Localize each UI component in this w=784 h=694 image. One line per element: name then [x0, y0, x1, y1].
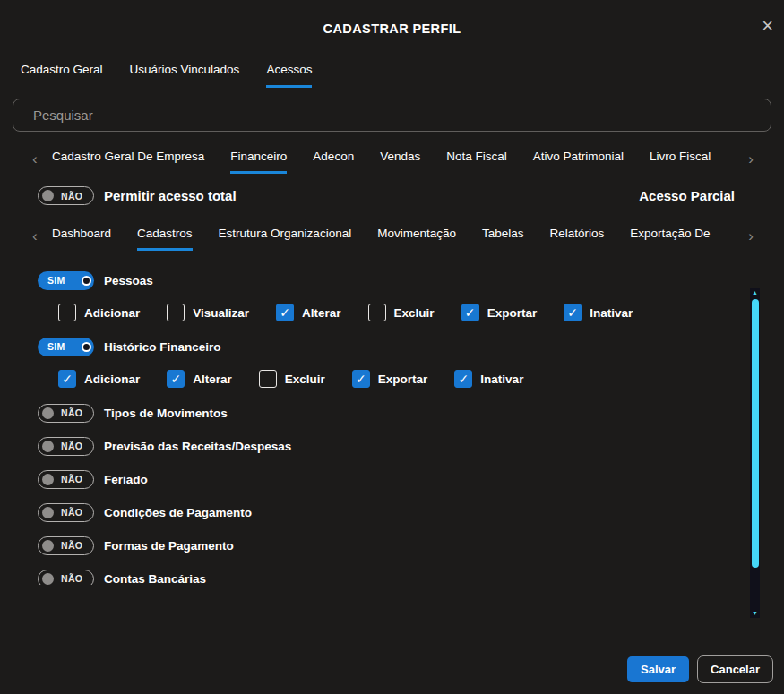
toggle-feriado-state-label: NÃO	[61, 474, 82, 484]
checkbox-exportar[interactable]: ✓Exportar	[461, 304, 538, 321]
dialog-title: CADASTRAR PERFIL	[0, 21, 784, 36]
tab-ativo-patrimonial[interactable]: Ativo Patrimonial	[533, 150, 624, 174]
check-icon: ✓	[62, 373, 73, 385]
checkbox-excluir[interactable]: Excluir	[368, 304, 435, 321]
tab-relatorios[interactable]: Relatórios	[550, 227, 605, 251]
checkbox-inativar[interactable]: ✓Inativar	[564, 304, 633, 321]
tab-movimentacao[interactable]: Movimentação	[377, 227, 456, 251]
checkbox-inativar[interactable]: ✓Inativar	[454, 370, 523, 388]
checkbox-box[interactable]	[259, 370, 277, 388]
check-icon: ✓	[567, 306, 578, 319]
toggle-tipos-de-movimentos-knob	[42, 407, 54, 419]
scroll-up-icon[interactable]: ▲	[752, 288, 758, 297]
checkbox-adicionar[interactable]: ✓Adicionar	[58, 370, 140, 388]
tab-nota-fiscal[interactable]: Nota Fiscal	[446, 150, 507, 174]
module-tab-bar: Cadastro Geral De EmpresaFinanceiroAdeco…	[52, 150, 743, 174]
tab-exportacao-de[interactable]: Exportação De	[630, 227, 710, 251]
checkbox-box[interactable]	[167, 304, 185, 321]
toggle-contas-bancarias[interactable]: NÃO	[38, 570, 94, 586]
toggle-pessoas[interactable]: SIM	[38, 271, 94, 290]
checkbox-label: Visualizar	[193, 306, 249, 320]
check-icon: ✓	[170, 373, 181, 385]
tab-tabelas[interactable]: Tabelas	[482, 227, 524, 251]
scrollbar-thumb[interactable]	[752, 299, 759, 568]
permission-head-contas-bancarias: NÃOContas Bancárias	[38, 569, 730, 585]
checkbox-visualizar[interactable]: Visualizar	[167, 304, 249, 321]
checkbox-label: Exportar	[378, 373, 428, 386]
section-tabs-prev-icon[interactable]: ‹	[32, 228, 38, 244]
permission-list: SIMPessoasAdicionarVisualizar✓AlterarExc…	[0, 257, 784, 585]
main-tab-bar: Cadastro GeralUsuários VinculadosAcessos	[0, 41, 784, 88]
toggle-tipos-de-movimentos[interactable]: NÃO	[38, 404, 94, 423]
toggle-historico-financeiro-state-label: SIM	[47, 341, 65, 352]
permission-label: Contas Bancárias	[104, 572, 206, 586]
scroll-down-icon[interactable]: ▼	[752, 609, 758, 618]
permission-row-formas-de-pagamento: NÃOFormas de Pagamento	[38, 535, 730, 555]
checkbox-row-historico-financeiro: ✓Adicionar✓AlterarExcluir✓Exportar✓Inati…	[58, 368, 730, 390]
checkbox-box[interactable]: ✓	[454, 370, 472, 388]
check-icon: ✓	[280, 306, 290, 319]
toggle-previsao-das-receitas-despesas-state-label: NÃO	[61, 441, 82, 451]
checkbox-alterar[interactable]: ✓Alterar	[276, 304, 341, 321]
tab-usuarios-vinculados[interactable]: Usuários Vinculados	[130, 63, 240, 88]
permission-row-tipos-de-movimentos: NÃOTipos de Movimentos	[38, 403, 730, 423]
tab-estrutura-organizacional[interactable]: Estrutura Organizacional	[219, 227, 352, 251]
access-total-toggle[interactable]: NÃO	[38, 186, 94, 205]
toggle-pessoas-state-label: SIM	[47, 275, 65, 286]
checkbox-label: Excluir	[285, 373, 325, 386]
save-button[interactable]: Salvar	[627, 656, 689, 682]
checkbox-box[interactable]: ✓	[276, 304, 294, 321]
checkbox-box[interactable]	[368, 304, 386, 321]
toggle-pessoas-knob	[82, 276, 91, 286]
checkbox-box[interactable]	[58, 304, 76, 321]
checkbox-adicionar[interactable]: Adicionar	[58, 304, 140, 321]
checkbox-box[interactable]: ✓	[461, 304, 479, 321]
check-icon: ✓	[356, 373, 366, 385]
checkbox-box[interactable]: ✓	[167, 370, 185, 388]
toggle-contas-bancarias-knob	[42, 573, 54, 585]
module-tab-strip: ‹ Cadastro Geral De EmpresaFinanceiroAde…	[0, 150, 784, 174]
toggle-condicoes-de-pagamento[interactable]: NÃO	[38, 503, 94, 522]
permission-row-feriado: NÃOFeriado	[38, 469, 730, 489]
search-wrap	[0, 88, 784, 132]
checkbox-box[interactable]: ✓	[352, 370, 370, 388]
close-icon[interactable]: ×	[762, 16, 773, 36]
toggle-knob	[42, 190, 54, 201]
check-icon: ✓	[458, 373, 469, 385]
toggle-formas-de-pagamento[interactable]: NÃO	[38, 536, 94, 555]
toggle-formas-de-pagamento-state-label: NÃO	[61, 540, 82, 551]
access-total-label: Permitir acesso total	[104, 188, 237, 203]
toggle-contas-bancarias-state-label: NÃO	[61, 573, 82, 584]
checkbox-label: Excluir	[394, 306, 435, 320]
permission-label: Condições de Pagamento	[104, 506, 252, 519]
section-tab-strip: ‹ DashboardCadastrosEstrutura Organizaci…	[0, 227, 784, 251]
checkbox-box[interactable]: ✓	[564, 304, 582, 321]
tab-acessos[interactable]: Acessos	[266, 63, 312, 88]
tab-cadastros[interactable]: Cadastros	[137, 227, 193, 251]
toggle-feriado[interactable]: NÃO	[38, 470, 94, 489]
toggle-feriado-knob	[42, 474, 54, 485]
module-tabs-prev-icon[interactable]: ‹	[32, 151, 38, 167]
cancel-button[interactable]: Cancelar	[697, 655, 773, 683]
tab-adecon[interactable]: Adecon	[313, 150, 354, 174]
vertical-scrollbar[interactable]: ▲ ▼	[750, 288, 760, 618]
checkbox-alterar[interactable]: ✓Alterar	[167, 370, 232, 388]
checkbox-label: Adicionar	[84, 306, 140, 320]
toggle-state-label: NÃO	[61, 191, 82, 201]
tab-cadastro-geral[interactable]: Cadastro Geral	[21, 63, 103, 88]
toggle-formas-de-pagamento-knob	[42, 540, 54, 552]
search-input[interactable]	[13, 99, 771, 132]
section-tabs-next-icon[interactable]: ›	[748, 228, 754, 244]
tab-financeiro[interactable]: Financeiro	[230, 150, 287, 174]
permission-row-contas-bancarias: NÃOContas Bancárias	[38, 569, 730, 585]
checkbox-box[interactable]: ✓	[58, 370, 76, 388]
tab-vendas[interactable]: Vendas	[380, 150, 420, 174]
checkbox-exportar[interactable]: ✓Exportar	[352, 370, 428, 388]
module-tabs-next-icon[interactable]: ›	[748, 151, 754, 167]
toggle-historico-financeiro[interactable]: SIM	[38, 338, 94, 356]
tab-cadastro-geral-de-empresa[interactable]: Cadastro Geral De Empresa	[52, 150, 204, 174]
toggle-previsao-das-receitas-despesas[interactable]: NÃO	[38, 437, 94, 456]
tab-dashboard[interactable]: Dashboard	[52, 227, 111, 251]
tab-livro-fiscal[interactable]: Livro Fiscal	[650, 150, 711, 174]
checkbox-excluir[interactable]: Excluir	[259, 370, 325, 388]
